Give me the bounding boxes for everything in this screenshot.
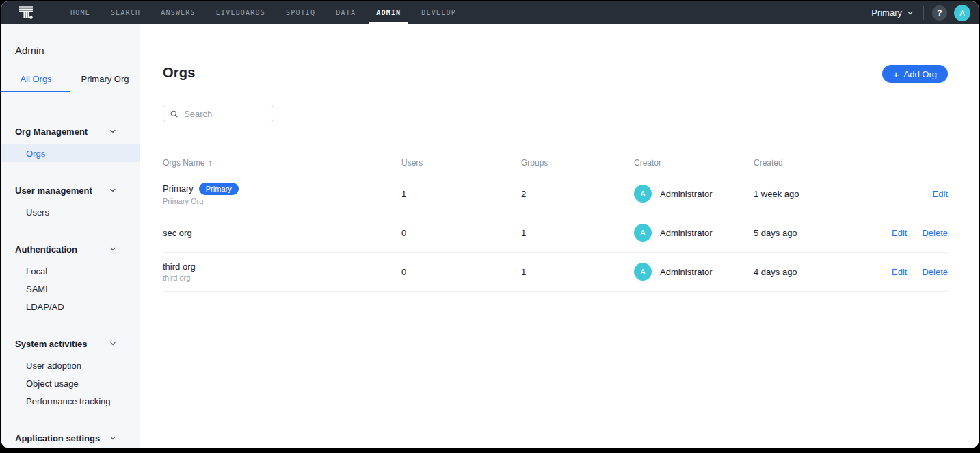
org-subtitle: third org — [163, 274, 401, 282]
sort-ascending-icon: ↑ — [208, 158, 212, 168]
column-header-created[interactable]: Created — [754, 158, 856, 168]
nav-item-spotiq[interactable]: SPOTIQ — [276, 1, 326, 24]
admin-sidebar: Admin All Orgs Primary Org Org Managemen… — [1, 24, 140, 448]
section-header-application-settings[interactable]: Application settings — [1, 429, 140, 447]
search-input[interactable] — [184, 109, 267, 119]
column-header-orgs-name[interactable]: Orgs Name ↑ — [163, 158, 401, 168]
section-header-org-management[interactable]: Org Management — [1, 122, 140, 140]
org-switcher-label: Primary — [871, 8, 902, 18]
user-avatar[interactable]: A — [954, 5, 970, 21]
column-label: Orgs Name — [163, 158, 204, 168]
nav-menu: HOME SEARCH ANSWERS LIVEBOARDS SPOTIQ DA… — [60, 1, 466, 24]
creator-avatar: A — [634, 185, 652, 203]
groups-count: 1 — [521, 267, 634, 277]
org-name-cell: third org third org — [163, 261, 401, 282]
nav-item-admin[interactable]: ADMIN — [366, 1, 411, 24]
creator-name: Administrator — [660, 189, 713, 199]
users-count: 0 — [401, 228, 521, 238]
app-body: Admin All Orgs Primary Org Org Managemen… — [1, 24, 979, 448]
chevron-down-icon — [109, 187, 116, 194]
edit-link[interactable]: Edit — [892, 267, 907, 277]
sidebar-item-saml[interactable]: SAML — [1, 280, 140, 298]
created-date: 4 days ago — [754, 267, 856, 277]
sidebar-item-user-adoption[interactable]: User adoption — [1, 357, 140, 374]
section-label: Org Management — [15, 127, 88, 137]
add-org-button[interactable]: + Add Org — [882, 65, 948, 83]
chevron-down-icon — [109, 435, 116, 441]
sidebar-item-users[interactable]: Users — [1, 203, 140, 221]
created-date: 1 week ago — [754, 189, 856, 199]
section-label: User management — [15, 185, 92, 196]
search-icon — [170, 109, 178, 118]
chevron-down-icon — [907, 10, 914, 16]
creator-avatar-initial: A — [640, 229, 645, 237]
column-header-creator[interactable]: Creator — [634, 158, 754, 168]
column-header-users[interactable]: Users — [401, 158, 521, 168]
screenshot-frame: HOME SEARCH ANSWERS LIVEBOARDS SPOTIQ DA… — [0, 0, 980, 453]
sidebar-item-performance-tracking[interactable]: Performance tracking — [1, 392, 140, 410]
nav-item-data[interactable]: DATA — [326, 1, 366, 24]
row-actions: Edit Delete — [856, 267, 948, 277]
help-button[interactable]: ? — [932, 5, 947, 21]
tab-all-orgs[interactable]: All Orgs — [1, 68, 70, 92]
creator-avatar-initial: A — [640, 190, 645, 198]
org-subtitle: Primary Org — [163, 197, 401, 205]
edit-link[interactable]: Edit — [933, 189, 948, 199]
section-user-management: User management Users — [1, 181, 140, 221]
section-header-authentication[interactable]: Authentication — [1, 240, 140, 258]
groups-count: 1 — [521, 228, 634, 238]
org-name-cell: Primary Primary Primary Org — [163, 183, 401, 205]
users-count: 1 — [401, 189, 521, 199]
section-label: Application settings — [15, 433, 100, 443]
groups-count: 2 — [521, 189, 634, 199]
creator-cell: A Administrator — [634, 263, 754, 281]
nav-item-liveboards[interactable]: LIVEBOARDS — [206, 1, 276, 24]
tab-primary-org[interactable]: Primary Org — [70, 68, 140, 92]
creator-avatar: A — [634, 224, 652, 242]
nav-item-develop[interactable]: DEVELOP — [411, 1, 466, 24]
app-window: HOME SEARCH ANSWERS LIVEBOARDS SPOTIQ DA… — [1, 1, 979, 448]
section-header-system-activities[interactable]: System activities — [1, 335, 140, 352]
nav-item-search[interactable]: SEARCH — [101, 1, 150, 24]
creator-avatar-initial: A — [640, 268, 645, 276]
creator-cell: A Administrator — [634, 185, 754, 203]
thoughtspot-logo-icon — [18, 5, 37, 21]
chevron-down-icon — [109, 246, 116, 253]
row-actions: Edit — [856, 189, 948, 199]
sidebar-title: Admin — [1, 44, 140, 56]
add-org-button-label: Add Org — [904, 69, 937, 79]
table-row: Primary Primary Primary Org 1 2 A Admini… — [163, 174, 948, 213]
nav-item-home[interactable]: HOME — [60, 1, 101, 24]
org-name-cell: sec org — [163, 228, 401, 238]
nav-right-cluster: Primary ? A — [862, 1, 979, 24]
sidebar-item-ldap-ad[interactable]: LDAP/AD — [1, 298, 140, 315]
avatar-initial: A — [959, 9, 964, 17]
sidebar-item-object-usage[interactable]: Object usage — [1, 374, 140, 392]
org-switcher[interactable]: Primary — [862, 8, 923, 18]
table-header-row: Orgs Name ↑ Users Groups Creator Created — [163, 151, 948, 174]
column-header-groups[interactable]: Groups — [521, 158, 634, 168]
plus-icon: + — [893, 69, 899, 79]
org-name: sec org — [163, 228, 192, 238]
section-header-user-management[interactable]: User management — [1, 181, 140, 199]
edit-link[interactable]: Edit — [892, 228, 907, 238]
section-label: System activities — [15, 339, 88, 349]
creator-cell: A Administrator — [634, 224, 754, 242]
creator-name: Administrator — [660, 228, 713, 238]
thoughtspot-logo[interactable] — [1, 1, 60, 24]
nav-item-answers[interactable]: ANSWERS — [150, 1, 206, 24]
sidebar-item-orgs[interactable]: Orgs — [1, 144, 140, 162]
table-row: third org third org 0 1 A Administrator … — [163, 253, 948, 292]
delete-link[interactable]: Delete — [922, 228, 948, 238]
section-label: Authentication — [15, 244, 77, 255]
delete-link[interactable]: Delete — [922, 267, 948, 277]
row-actions: Edit Delete — [856, 228, 948, 238]
chevron-down-icon — [109, 340, 116, 347]
creator-name: Administrator — [660, 267, 713, 277]
section-application-settings: Application settings — [1, 429, 140, 447]
page-title: Orgs — [163, 65, 195, 81]
nav-divider — [923, 6, 924, 20]
main-header: Orgs + Add Org — [163, 65, 948, 83]
search-box — [163, 105, 274, 122]
sidebar-item-local[interactable]: Local — [1, 262, 140, 280]
